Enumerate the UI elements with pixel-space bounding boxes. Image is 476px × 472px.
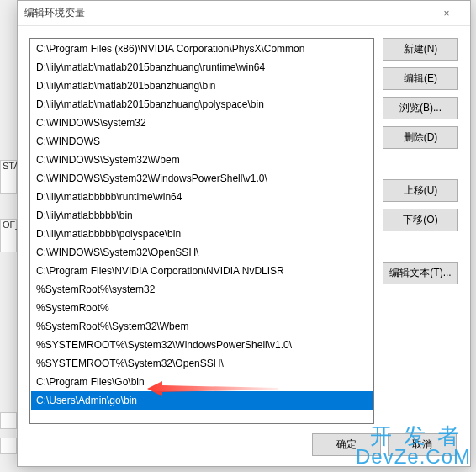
edit-env-var-dialog: 编辑环境变量 × C:\Program Files (x86)\NVIDIA C… (17, 0, 471, 467)
list-item[interactable]: D:\lily\matlab\matlab2015banzhuang\polys… (31, 95, 373, 114)
list-item[interactable]: D:\lily\matlab\matlab2015banzhuang\runti… (31, 58, 373, 77)
close-icon: × (443, 8, 449, 19)
list-item[interactable]: D:\lily\matlabbbbb\runtime\win64 (31, 188, 373, 206)
moveup-button[interactable]: 上移(U) (383, 179, 458, 202)
dialog-footer: 确定 取消 (312, 433, 457, 456)
list-item[interactable]: D:\lily\matlabbbbb\polyspace\bin (31, 225, 373, 243)
titlebar: 编辑环境变量 × (18, 1, 470, 26)
list-item[interactable]: C:\WINDOWS\System32\OpenSSH\ (31, 243, 373, 262)
list-item[interactable]: C:\Users\Admin\go\bin (31, 391, 373, 410)
list-item[interactable]: C:\WINDOWS\System32\WindowsPowerShell\v1… (31, 169, 373, 188)
list-item[interactable]: D:\lily\matlab\matlab2015banzhuang\bin (31, 77, 373, 95)
list-item[interactable]: C:\WINDOWS\system32 (31, 114, 373, 132)
list-item[interactable]: %SystemRoot% (31, 299, 373, 317)
bg-fragment-4 (0, 438, 17, 454)
movedown-button[interactable]: 下移(O) (383, 209, 458, 231)
path-listbox[interactable]: C:\Program Files (x86)\NVIDIA Corporatio… (29, 38, 374, 424)
list-item[interactable]: C:\WINDOWS\System32\Wbem (31, 151, 373, 169)
delete-button[interactable]: 删除(D) (383, 126, 458, 149)
edit-button[interactable]: 编辑(E) (383, 67, 458, 90)
list-item[interactable]: %SYSTEMROOT%\System32\WindowsPowerShell\… (31, 336, 373, 354)
list-item[interactable]: C:\Program Files\NVIDIA Corporation\NVID… (31, 262, 373, 280)
bg-fragment-1: STA (0, 160, 17, 194)
list-item[interactable]: C:\WINDOWS (31, 132, 373, 151)
ok-button[interactable]: 确定 (312, 433, 381, 456)
list-item[interactable]: %SYSTEMROOT%\System32\OpenSSH\ (31, 354, 373, 373)
bg-fragment-2: OF_P (0, 219, 17, 252)
side-buttons: 新建(N) 编辑(E) 浏览(B)... 删除(D) 上移(U) 下移(O) 编… (383, 38, 458, 424)
list-item[interactable]: C:\Program Files (x86)\NVIDIA Corporatio… (31, 40, 373, 58)
list-item[interactable]: C:\Program Files\Go\bin (31, 373, 373, 391)
list-item[interactable]: %SystemRoot%\System32\Wbem (31, 317, 373, 336)
bg-fragment-3 (0, 412, 17, 429)
list-item[interactable]: D:\lily\matlabbbbb\bin (31, 206, 373, 225)
edittext-button[interactable]: 编辑文本(T)... (383, 262, 458, 284)
list-item[interactable]: %SystemRoot%\system32 (31, 280, 373, 299)
browse-button[interactable]: 浏览(B)... (383, 97, 458, 119)
close-button[interactable]: × (430, 1, 463, 26)
new-button[interactable]: 新建(N) (383, 38, 458, 61)
cancel-button[interactable]: 取消 (388, 433, 457, 456)
dialog-title: 编辑环境变量 (24, 6, 85, 20)
